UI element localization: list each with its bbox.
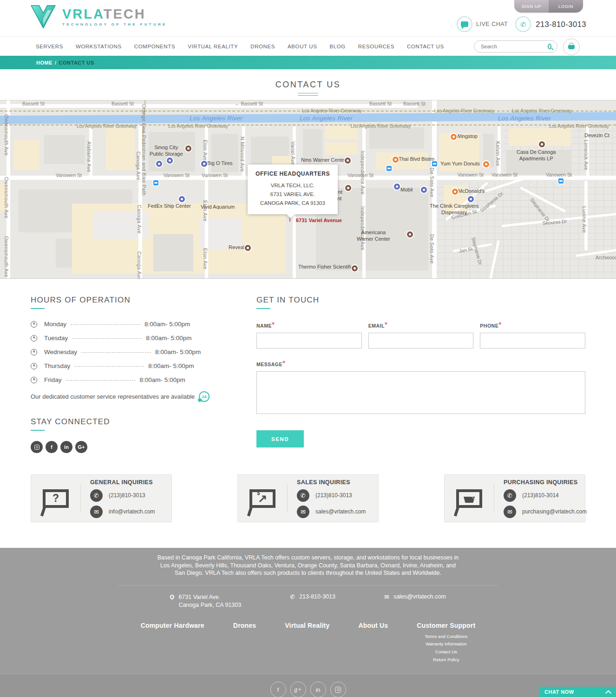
footer-sublink-warranty[interactable]: Warranty Information: [417, 640, 475, 648]
footer-phone-number: 213-810-3013: [299, 593, 335, 600]
map-label: Yum Yum Donuts: [440, 160, 480, 167]
footer-link-virtual-reality[interactable]: Virtual Reality: [285, 622, 329, 629]
map-info-window[interactable]: OFFICE HEADQUARTERS VRLA TECH, LLC. 6731…: [248, 164, 338, 214]
footer-phone[interactable]: ✆ 213-810-3013: [290, 593, 335, 609]
hours-day: Friday: [44, 376, 62, 383]
map-label: Los Angeles River Greenway: [77, 123, 137, 129]
phone-field[interactable]: [480, 333, 585, 348]
map-label: Eton Ave: [202, 248, 208, 270]
facebook-outline-icon[interactable]: f: [270, 682, 286, 697]
support-note: Our dedicated customer service represent…: [31, 391, 230, 402]
send-button[interactable]: SEND: [256, 430, 304, 447]
breadcrumb-home[interactable]: HOME: [36, 60, 52, 66]
map-poi-marker: [201, 161, 207, 167]
hours-row: Monday8:00am- 5:00pm: [31, 321, 230, 328]
map-label: Vanowen St: [458, 172, 484, 178]
email-field-group: EMAIL*: [368, 321, 474, 348]
email-icon: ✉: [384, 593, 389, 601]
auth-buttons: SIGN UP LOGIN: [514, 0, 583, 13]
nav-item-servers[interactable]: SERVERS: [36, 44, 63, 49]
footer-sublink-contact[interactable]: Contact Us: [417, 648, 475, 656]
cart-icon: [568, 45, 575, 49]
card-email[interactable]: sales@vrlatech.com: [315, 508, 366, 515]
info-window-title: OFFICE HEADQUARTERS: [251, 171, 334, 177]
login-button[interactable]: LOGIN: [549, 0, 583, 13]
footer-sublink-terms[interactable]: Terms and Conditions: [417, 633, 475, 641]
phone-icon-button[interactable]: ✆: [515, 16, 531, 32]
main-nav: SERVERS WORKSTATIONS COMPONENTS VIRTUAL …: [0, 36, 616, 56]
map-poi-marker: [432, 161, 437, 166]
message-field[interactable]: [256, 371, 585, 414]
map-poi-marker: [451, 134, 457, 140]
card-phone[interactable]: (213)810-3013: [315, 492, 352, 499]
map-label: Canoga Ave: [136, 205, 142, 234]
clock-icon: [31, 363, 37, 369]
live-chat-button[interactable]: [457, 16, 472, 32]
chat-bubble-icon: [461, 21, 468, 27]
basket-bubble-icon: [456, 489, 482, 508]
facebook-icon[interactable]: f: [46, 441, 58, 453]
map-label: Wingstop: [456, 133, 478, 139]
brand-primary: VRLA: [62, 7, 104, 21]
live-chat-label[interactable]: LIVE CHAT: [476, 21, 508, 27]
message-field-group: MESSAGE*: [256, 360, 585, 416]
card-title: PURCHASING INQUIRIES: [504, 479, 587, 486]
instagram-icon[interactable]: [31, 441, 43, 453]
nav-item-drones[interactable]: DRONES: [250, 44, 275, 49]
map-label: Los Angeles River Greenway: [549, 123, 609, 129]
map-label: Limerick Ave: [583, 140, 589, 170]
footer-sublink-return[interactable]: Return Policy: [417, 656, 475, 664]
search-input[interactable]: [480, 43, 548, 50]
linkedin-icon[interactable]: in: [60, 441, 72, 453]
instagram-outline-icon[interactable]: [330, 682, 346, 697]
nav-item-blog[interactable]: BLOG: [329, 44, 345, 49]
linkedin-outline-icon[interactable]: in: [310, 682, 326, 697]
footer-email-address: sales@vrlatech.com: [393, 593, 446, 600]
footer-link-drones[interactable]: Drones: [233, 622, 256, 629]
map-label: ← Bassett St: [235, 101, 263, 107]
header-contact: LIVE CHAT ✆ 213-810-3013: [457, 16, 586, 32]
brand-tagline: TECHNOLOGY OF THE FUTURE: [62, 22, 167, 26]
nav-item-resources[interactable]: RESOURCES: [358, 44, 394, 49]
footer-email[interactable]: ✉ sales@vrlatech.com: [384, 593, 446, 609]
signup-button[interactable]: SIGN UP: [514, 0, 549, 13]
map-poi-marker: [352, 265, 358, 271]
chat-now-bar[interactable]: CHAT NOW: [539, 687, 616, 697]
footer-link-about-us[interactable]: About Us: [358, 622, 388, 629]
nav-item-contact-us[interactable]: CONTACT US: [407, 44, 444, 49]
google-plus-icon[interactable]: G+: [75, 441, 87, 453]
map-poi-marker: [393, 157, 399, 163]
hours-dash: [71, 324, 140, 325]
nav-item-virtual-reality[interactable]: VIRTUAL REALITY: [188, 44, 238, 49]
map-poi-marker: [387, 166, 392, 171]
nav-item-components[interactable]: COMPONENTS: [134, 44, 175, 49]
contact-form-column: GET IN TOUCH NAME* EMAIL* PHONE*: [256, 296, 585, 453]
nav-item-workstations[interactable]: WORKSTATIONS: [76, 44, 122, 49]
map-poi-marker: [153, 180, 158, 185]
cart-button[interactable]: [563, 39, 580, 55]
name-field[interactable]: [256, 333, 362, 348]
phone-label: PHONE: [480, 323, 498, 329]
map-poi-marker: [167, 158, 173, 164]
map-canvas[interactable]: OFFICE HEADQUARTERS VRLA TECH, LLC. 6731…: [0, 100, 616, 279]
footer-address[interactable]: 6731 Variel Ave.Canoga Park, CA 91303: [170, 593, 241, 609]
map-poi-marker: [185, 145, 191, 151]
email-field[interactable]: [368, 333, 474, 348]
header-phone-number[interactable]: 213-810-3013: [536, 20, 586, 29]
support-note-text: Our dedicated customer service represent…: [31, 393, 195, 400]
search-icon[interactable]: [548, 44, 551, 49]
card-email[interactable]: purchasing@vrlatech.com: [522, 508, 587, 515]
card-email[interactable]: info@vrlatech.com: [109, 508, 155, 515]
map-poi-marker: [156, 161, 162, 167]
nav-item-about-us[interactable]: ABOUT US: [288, 44, 317, 49]
logo[interactable]: VRLATECH TECHNOLOGY OF THE FUTURE: [29, 2, 167, 32]
search-box: [474, 40, 557, 53]
map-label: McDonald's: [458, 188, 485, 194]
footer-link-customer-support[interactable]: Customer Support: [417, 622, 475, 629]
card-phone[interactable]: (213)810-3014: [522, 492, 559, 499]
google-plus-outline-icon[interactable]: g+: [290, 682, 306, 697]
footer-link-computer-hardware[interactable]: Computer Hardware: [141, 622, 204, 629]
footer-contact-row: 6731 Variel Ave.Canoga Park, CA 91303 ✆ …: [0, 593, 616, 609]
chevron-up-icon: [605, 690, 611, 696]
card-phone[interactable]: (213)810-3013: [109, 492, 145, 499]
